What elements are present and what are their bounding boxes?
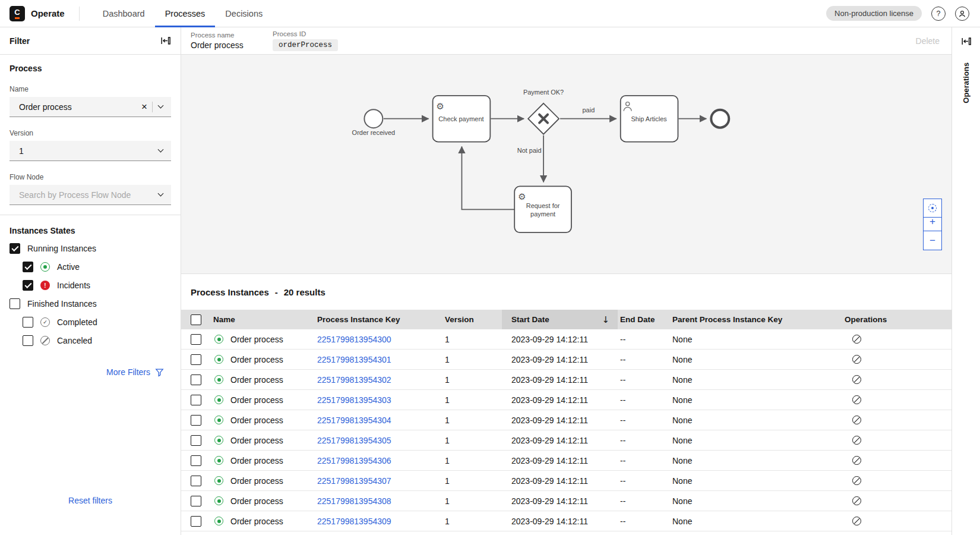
cancel-operation-icon[interactable]	[852, 517, 861, 525]
end-event[interactable]	[711, 110, 729, 128]
zoom-out-button[interactable]: −	[923, 231, 942, 250]
operations-panel: Operations	[951, 27, 980, 535]
row-checkbox[interactable]	[191, 476, 201, 486]
flow-node-combobox[interactable]: Search by Process Flow Node	[10, 185, 171, 205]
active-state-icon	[214, 496, 223, 505]
cancel-operation-icon[interactable]	[852, 416, 861, 424]
cancel-operation-icon[interactable]	[852, 436, 861, 445]
instance-name: Order process	[230, 375, 283, 385]
flow-node-field-label: Flow Node	[10, 173, 171, 181]
instance-key-link[interactable]: 2251799813954309	[317, 517, 391, 526]
tab-dashboard[interactable]: Dashboard	[93, 0, 155, 27]
more-filters-link[interactable]: More Filters	[10, 367, 171, 377]
sort-desc-icon[interactable]: ↓	[602, 314, 609, 325]
select-all-checkbox[interactable]	[191, 314, 201, 325]
expand-operations-panel-icon[interactable]	[960, 36, 972, 47]
instance-key-link[interactable]: 2251799813954301	[317, 355, 391, 364]
instance-key-cell: 2251799813954305	[315, 436, 442, 445]
instance-name: Order process	[230, 395, 283, 405]
cancel-operation-icon[interactable]	[852, 496, 861, 505]
version-select[interactable]: 1	[10, 141, 171, 161]
row-checkbox[interactable]	[191, 455, 201, 466]
task-request-label-line1: Request for	[526, 202, 560, 209]
bpmn-diagram-canvas[interactable]: ⚙ ⚙ Order received Check payment Payment…	[181, 55, 951, 274]
column-header-parent-process-instance-key[interactable]: Parent Process Instance Key	[670, 310, 830, 329]
row-checkbox[interactable]	[191, 395, 201, 405]
instance-parent-key: None	[670, 416, 830, 425]
checkbox-canceled[interactable]	[23, 335, 33, 346]
checkbox-finished-instances[interactable]	[10, 298, 20, 309]
column-label: Start Date	[511, 315, 549, 324]
state-label: Completed	[57, 317, 97, 327]
column-header-end-date[interactable]: End Date	[618, 310, 670, 329]
row-checkbox[interactable]	[191, 374, 201, 385]
reset-filters-link[interactable]: Reset filters	[0, 496, 181, 505]
table-row: Order process225179981395430112023-09-29…	[181, 350, 951, 370]
row-checkbox[interactable]	[191, 415, 201, 426]
instance-key-link[interactable]: 2251799813954308	[317, 496, 391, 506]
row-checkbox-cell	[181, 410, 211, 430]
delete-button[interactable]: Delete	[916, 36, 940, 46]
instance-key-cell: 2251799813954309	[315, 517, 442, 526]
instance-start-date: 2023-09-29 14:12:11	[502, 395, 618, 405]
chevron-down-icon[interactable]	[158, 103, 164, 109]
app-brand[interactable]: C Operate	[0, 6, 65, 21]
column-header-name[interactable]: Name	[211, 310, 315, 329]
instance-key-link[interactable]: 2251799813954304	[317, 416, 391, 425]
main-area: Process name Order process Process ID or…	[181, 27, 951, 535]
row-checkbox[interactable]	[191, 435, 201, 446]
chevron-down-icon[interactable]	[158, 191, 164, 197]
active-state-icon	[214, 456, 223, 465]
row-checkbox[interactable]	[191, 354, 201, 365]
instance-version: 1	[442, 436, 502, 445]
column-header-version[interactable]: Version	[442, 310, 502, 329]
cancel-operation-icon[interactable]	[852, 355, 861, 364]
edge-paid-label: paid	[583, 106, 595, 114]
instance-start-date: 2023-09-29 14:12:11	[502, 456, 618, 465]
clear-name-icon[interactable]: ×	[141, 102, 147, 112]
instance-key-link[interactable]: 2251799813954306	[317, 456, 391, 465]
user-profile-icon[interactable]	[955, 7, 969, 21]
instance-key-link[interactable]: 2251799813954302	[317, 375, 391, 385]
checkbox-running-instances[interactable]	[10, 243, 20, 254]
version-value: 1	[19, 146, 153, 156]
column-header-operations[interactable]: Operations	[830, 310, 951, 329]
instance-end-date: --	[618, 375, 670, 385]
tab-decisions[interactable]: Decisions	[215, 0, 273, 27]
checkbox-completed[interactable]	[23, 317, 33, 328]
active-state-icon	[214, 335, 223, 344]
checkbox-incidents[interactable]	[23, 280, 33, 291]
row-checkbox-cell	[181, 329, 211, 349]
cancel-operation-icon[interactable]	[852, 335, 861, 344]
cancel-operation-icon[interactable]	[852, 456, 861, 465]
instance-key-link[interactable]: 2251799813954307	[317, 476, 391, 486]
instance-name: Order process	[230, 355, 283, 364]
operations-panel-title: Operations	[962, 62, 970, 103]
column-header-process-instance-key[interactable]: Process Instance Key	[315, 310, 442, 329]
reset-view-button[interactable]	[923, 199, 942, 218]
cancel-operation-icon[interactable]	[852, 476, 861, 485]
instance-key-link[interactable]: 2251799813954300	[317, 335, 391, 344]
row-checkbox-cell	[181, 511, 211, 531]
help-icon[interactable]: ?	[931, 7, 946, 21]
process-name-combobox[interactable]: Order process ×	[10, 97, 171, 117]
checkbox-active[interactable]	[23, 262, 33, 272]
tab-processes[interactable]: Processes	[155, 0, 216, 27]
start-event[interactable]	[364, 109, 382, 128]
cancel-operation-icon[interactable]	[852, 375, 861, 384]
instance-version: 1	[442, 456, 502, 465]
state-label: Canceled	[57, 336, 92, 345]
process-header-bar: Process name Order process Process ID or…	[181, 27, 951, 55]
completed-state-icon: ✓	[40, 317, 50, 327]
row-checkbox[interactable]	[191, 496, 201, 506]
title-separator: -	[275, 287, 278, 297]
cancel-operation-icon[interactable]	[852, 395, 861, 404]
row-checkbox[interactable]	[191, 334, 201, 345]
collapse-filter-panel-icon[interactable]	[160, 35, 171, 46]
active-state-icon	[214, 395, 223, 404]
instance-key-link[interactable]: 2251799813954303	[317, 395, 391, 405]
column-header-start-date[interactable]: Start Date↓	[502, 310, 618, 329]
row-checkbox[interactable]	[191, 516, 201, 527]
chevron-down-icon[interactable]	[158, 147, 164, 153]
instance-key-link[interactable]: 2251799813954305	[317, 436, 391, 445]
